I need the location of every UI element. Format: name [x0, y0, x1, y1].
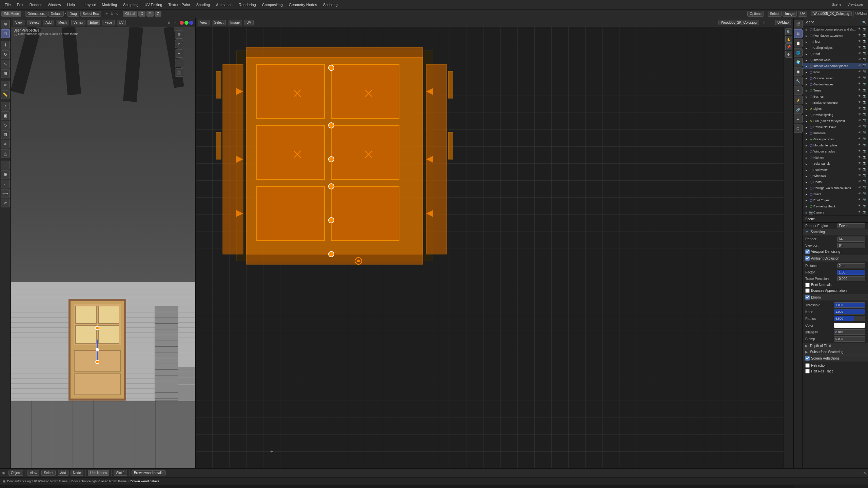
dof-section-toggle[interactable]: ▶ Depth of Field [803, 343, 868, 349]
inset-tool[interactable]: ▣ [1, 111, 10, 120]
bevel-tool[interactable]: ◇ [1, 121, 10, 129]
node-slot-btn[interactable]: Slot 1 [114, 470, 127, 476]
ao-checkbox[interactable] [805, 256, 810, 261]
outliner-item-emissive[interactable]: ▸ ⬡ Emissive furniture 👁 📷 [803, 100, 868, 106]
vp-face-btn[interactable]: Face [102, 20, 114, 25]
uv-texture-selector[interactable]: Wood005_2K_Color.jpg [718, 20, 759, 25]
uv-view-btn[interactable]: View [198, 20, 210, 25]
ao-distance-val[interactable]: 2 m [837, 263, 865, 268]
outliner-item-lights[interactable]: ▸ ☀ Lights 👁 📷 [803, 106, 868, 112]
ssr-halfres-checkbox[interactable] [805, 369, 810, 373]
outliner-search-icon[interactable]: 🔍 [862, 21, 866, 24]
ssr-section-toggle[interactable]: Screen Reflections [803, 355, 868, 362]
data-props-btn[interactable]: ⬡ [794, 124, 803, 133]
outliner-item-trees[interactable]: ▸ ⬡ Trees 👁 📷 [803, 87, 868, 94]
outliner-item-garden-fences[interactable]: ▸ ⬡ Garden fences 👁 📷 [803, 81, 868, 87]
transform-tool[interactable]: ⊞ [1, 69, 10, 78]
x-btn[interactable]: X [138, 11, 145, 17]
cursor-tool[interactable]: ⊕ [1, 20, 10, 28]
outliner-item-sun[interactable]: ▸ ☀ Sun (turn off for cycles) 👁 📷 [803, 118, 868, 124]
node-add-btn[interactable]: Add [58, 470, 68, 476]
sss-section-toggle[interactable]: ▶ Subsurface Scattering [803, 349, 868, 355]
uv-pin-btn[interactable]: 📌 [785, 43, 792, 50]
outliner-item-camera[interactable]: ▸ 📷 Camera 👁 📷 [803, 209, 868, 216]
outliner-item-windows[interactable]: ▸ ⬡ Windows 👁 📷 [803, 173, 868, 179]
bloom-checkbox[interactable] [805, 295, 810, 300]
shear-tool[interactable]: ⟺ [1, 189, 10, 198]
move-tool[interactable]: ✛ [1, 41, 10, 49]
z-btn[interactable]: Z [155, 11, 161, 17]
bc-item-3[interactable]: Brown wood details [131, 480, 159, 483]
vp-select-btn[interactable]: Select [27, 20, 41, 25]
vp-mesh-btn[interactable]: Mesh [56, 20, 69, 25]
viewport-denoising-checkbox[interactable] [805, 249, 810, 254]
modifier-props-btn[interactable]: 🔧 [794, 77, 803, 85]
bloom-section-toggle[interactable]: Bloom [803, 294, 868, 301]
menu-sculpting[interactable]: Sculpting [120, 2, 141, 7]
render-engine-val[interactable]: Eevee [837, 223, 865, 228]
outliner-item-ceilings-walls[interactable]: ▸ ⬡ Ceilings, walls and columns 👁 📷 [803, 185, 868, 191]
shrink-fatten-tool[interactable]: ❋ [1, 170, 10, 179]
outliner-item-roof-edges[interactable]: ▸ ⬡ Roof Edges 👁 📷 [803, 197, 868, 203]
outliner-item-ceiling-ledges[interactable]: ▸ ⬡ Ceiling ledges 👁 📷 [803, 45, 868, 51]
menu-scripting[interactable]: Scripting [320, 2, 340, 7]
spin-tool[interactable]: ⟳ [1, 199, 10, 207]
toggle-overlays-btn[interactable]: ⊕ [175, 30, 183, 39]
menu-edit[interactable]: Edit [14, 2, 26, 7]
menu-file[interactable]: File [2, 2, 14, 7]
view-layer-props-btn[interactable]: 📋 [794, 39, 803, 47]
ssr-checkbox[interactable] [805, 356, 810, 361]
uv-uv-btn[interactable]: UV [798, 11, 807, 17]
node-node-btn[interactable]: Node [71, 470, 83, 476]
ssr-refraction-checkbox[interactable] [805, 363, 810, 368]
scene-props-btn[interactable]: 🌐 [794, 48, 803, 57]
uv-image-btn[interactable]: Image [783, 11, 797, 17]
global-btn[interactable]: Global [123, 11, 137, 17]
node-editor-canvas[interactable]: Texture Wood005 0.00 0.00 Principled BSD… [0, 485, 793, 488]
ao-bent-checkbox[interactable] [805, 283, 810, 287]
ao-section-toggle[interactable]: Ambient Occlusion [803, 255, 868, 262]
uv-settings-btn[interactable]: ⚙ [785, 51, 792, 58]
node-material-selector[interactable]: Brown wood details [132, 470, 166, 475]
menu-uv-editing[interactable]: UV Editing [142, 2, 165, 7]
world-props-btn[interactable]: 🌍 [794, 58, 803, 66]
bloom-color-picker[interactable] [834, 323, 865, 328]
options-btn[interactable]: Options [747, 11, 764, 17]
outliner-item-floor[interactable]: ▸ ⬡ Floor 👁 📷 [803, 39, 868, 45]
outliner-item-bushes[interactable]: ▸ ⬡ Bushes 👁 📷 [803, 94, 868, 100]
node-use-nodes-btn[interactable]: Use Nodes [88, 470, 109, 476]
vp-view-btn[interactable]: View [13, 20, 25, 25]
drag-btn[interactable]: Drag [67, 11, 79, 17]
physics-props-btn[interactable]: ⚡ [794, 96, 803, 104]
zoom-out-btn[interactable]: − [175, 59, 183, 67]
particle-props-btn[interactable]: ✦ [794, 86, 803, 95]
sampling-section-toggle[interactable]: ▼ Sampling [803, 229, 868, 235]
vp-add-btn[interactable]: Add [43, 20, 54, 25]
outliner-item-stairs[interactable]: ▸ ⬡ Stairs 👁 📷 [803, 191, 868, 197]
menu-layout[interactable]: Layout [82, 2, 99, 7]
uv-x-icon[interactable]: ✕ [763, 21, 765, 24]
menu-render[interactable]: Render [27, 2, 44, 7]
viewport-samples-val[interactable]: 64 [837, 243, 865, 248]
uv-image-header-btn[interactable]: Image [228, 20, 242, 25]
select-btn[interactable]: Select Box [80, 11, 101, 17]
bloom-clamp-bar[interactable]: 0.000 [834, 336, 865, 342]
vis-icon-1[interactable]: 👁 [857, 27, 862, 32]
outliner-item-modular[interactable]: ▸ ⬡ Modular template 👁 📷 [803, 142, 868, 148]
outliner-item-pool-water[interactable]: ▸ ⬡ Pool water 👁 📷 [803, 167, 868, 173]
shading-icon[interactable]: ○ [174, 21, 176, 24]
outliner-item-interior-wall-corners[interactable]: ▸ ⬡ Interior wall corner pieces 👁 📷 [803, 63, 868, 69]
ao-bounces-checkbox[interactable] [805, 288, 810, 293]
knife-tool[interactable]: ⚔ [1, 140, 10, 148]
uv-editor-content[interactable]: + 🔍 ✋ 📌 ⚙ [196, 27, 793, 468]
ao-factor-val[interactable]: 1.00 [837, 270, 865, 275]
outliner-item-solar[interactable]: ▸ ⬡ Solar panels 👁 📷 [803, 161, 868, 167]
outliner-item-revive-lighting[interactable]: ▸ ⬡ Revive lighting 👁 📷 [803, 112, 868, 118]
bc-item-2[interactable]: Door entrance right Classic brown theme [71, 480, 126, 483]
menu-texture-paint[interactable]: Texture Paint [165, 2, 193, 7]
mode-selector[interactable]: Edit Mode [1, 11, 21, 17]
outliner-item-interior-walls[interactable]: ▸ ⬡ Interior walls 👁 📷 [803, 57, 868, 63]
menu-rendering[interactable]: Rendering [236, 2, 259, 7]
node-view-btn[interactable]: View [27, 470, 40, 476]
smooth-tool[interactable]: ~ [1, 161, 10, 169]
